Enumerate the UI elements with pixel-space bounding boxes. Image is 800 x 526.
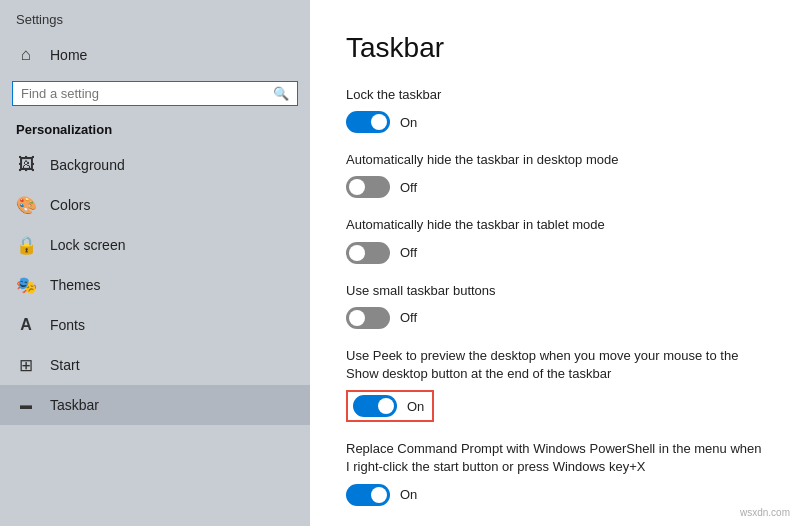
toggle-state: Off	[400, 310, 417, 325]
toggle-row: Off	[346, 242, 764, 264]
lock-taskbar-toggle[interactable]	[346, 111, 390, 133]
setting-label: Automatically hide the taskbar in tablet…	[346, 216, 764, 234]
sidebar-item-label: Fonts	[50, 317, 85, 333]
sidebar-item-label: Background	[50, 157, 125, 173]
setting-label: Use small taskbar buttons	[346, 282, 764, 300]
setting-replace-cmd: Replace Command Prompt with Windows Powe…	[346, 440, 764, 505]
toggle-state: On	[400, 115, 417, 130]
auto-hide-tablet-toggle[interactable]	[346, 242, 390, 264]
start-icon: ⊞	[16, 355, 36, 375]
sidebar-item-home[interactable]: ⌂ Home	[0, 35, 310, 75]
replace-cmd-toggle[interactable]	[346, 484, 390, 506]
sidebar-item-label: Colors	[50, 197, 90, 213]
small-buttons-toggle[interactable]	[346, 307, 390, 329]
toggle-row: Off	[346, 307, 764, 329]
personalization-label: Personalization	[0, 116, 310, 145]
sidebar-item-label: Taskbar	[50, 397, 99, 413]
setting-auto-hide-tablet: Automatically hide the taskbar in tablet…	[346, 216, 764, 263]
setting-peek: Use Peek to preview the desktop when you…	[346, 347, 764, 422]
colors-icon: 🎨	[16, 195, 36, 215]
toggle-knob	[371, 114, 387, 130]
toggle-state: Off	[400, 245, 417, 260]
watermark: wsxdn.com	[740, 507, 790, 518]
background-icon: 🖼	[16, 155, 36, 175]
toggle-state: Off	[400, 180, 417, 195]
settings-header: Settings	[0, 0, 310, 35]
main-content: Taskbar Lock the taskbar On Automaticall…	[310, 0, 800, 526]
search-input[interactable]	[21, 86, 273, 101]
themes-icon: 🎭	[16, 275, 36, 295]
setting-label: Automatically hide the taskbar in deskto…	[346, 151, 764, 169]
taskbar-icon: ▬	[16, 395, 36, 415]
sidebar-item-label: Themes	[50, 277, 101, 293]
sidebar: Settings ⌂ Home 🔍 Personalization 🖼 Back…	[0, 0, 310, 526]
highlighted-toggle-row: On	[346, 390, 434, 422]
peek-toggle[interactable]	[353, 395, 397, 417]
toggle-state: On	[400, 487, 417, 502]
toggle-knob	[349, 245, 365, 261]
sidebar-item-lock-screen[interactable]: 🔒 Lock screen	[0, 225, 310, 265]
toggle-knob	[349, 179, 365, 195]
toggle-knob	[371, 487, 387, 503]
toggle-state: On	[407, 399, 424, 414]
sidebar-item-fonts[interactable]: A Fonts	[0, 305, 310, 345]
setting-auto-hide-desktop: Automatically hide the taskbar in deskto…	[346, 151, 764, 198]
fonts-icon: A	[16, 315, 36, 335]
sidebar-item-colors[interactable]: 🎨 Colors	[0, 185, 310, 225]
toggle-row: On	[346, 484, 764, 506]
toggle-knob	[349, 310, 365, 326]
lock-icon: 🔒	[16, 235, 36, 255]
sidebar-item-background[interactable]: 🖼 Background	[0, 145, 310, 185]
sidebar-item-taskbar[interactable]: ▬ Taskbar	[0, 385, 310, 425]
home-icon: ⌂	[16, 45, 36, 65]
search-box[interactable]: 🔍	[12, 81, 298, 106]
toggle-row: On	[346, 111, 764, 133]
sidebar-item-themes[interactable]: 🎭 Themes	[0, 265, 310, 305]
auto-hide-desktop-toggle[interactable]	[346, 176, 390, 198]
setting-label: Replace Command Prompt with Windows Powe…	[346, 440, 764, 476]
sidebar-item-label: Start	[50, 357, 80, 373]
page-title: Taskbar	[346, 32, 764, 64]
setting-label: Lock the taskbar	[346, 86, 764, 104]
setting-small-buttons: Use small taskbar buttons Off	[346, 282, 764, 329]
search-icon: 🔍	[273, 86, 289, 101]
toggle-row: Off	[346, 176, 764, 198]
toggle-knob	[378, 398, 394, 414]
sidebar-item-label: Lock screen	[50, 237, 125, 253]
setting-label: Use Peek to preview the desktop when you…	[346, 347, 764, 383]
sidebar-item-label: Home	[50, 47, 87, 63]
setting-lock-taskbar: Lock the taskbar On	[346, 86, 764, 133]
sidebar-item-start[interactable]: ⊞ Start	[0, 345, 310, 385]
